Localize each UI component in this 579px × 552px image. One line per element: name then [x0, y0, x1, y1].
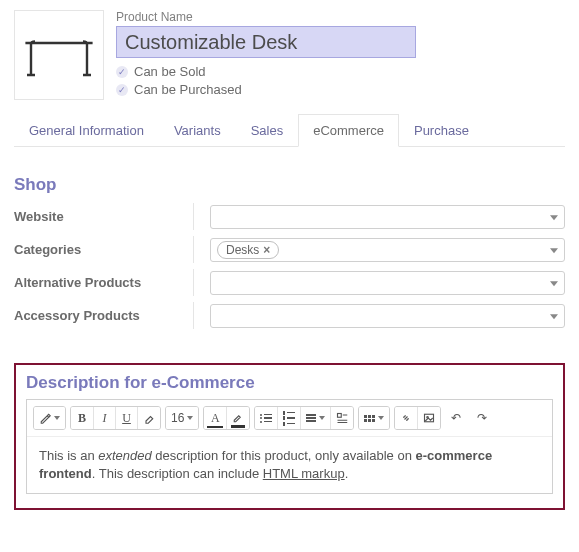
list-ul-icon: [260, 414, 272, 423]
link-icon: [400, 412, 412, 424]
desc-text-em: extended: [98, 448, 152, 463]
image-button[interactable]: [417, 407, 440, 429]
undo-button[interactable]: ↶: [445, 407, 467, 429]
website-select[interactable]: [210, 205, 565, 229]
alternative-products-select[interactable]: [210, 271, 565, 295]
fontsize-value: 16: [171, 411, 184, 425]
ordered-list-button[interactable]: [277, 407, 300, 429]
highlight-button[interactable]: [226, 407, 249, 429]
align-icon: [306, 414, 316, 422]
highlighter-icon: [232, 412, 244, 424]
tab-variants[interactable]: Variants: [159, 114, 236, 146]
can-be-sold-checkbox[interactable]: ✓: [116, 66, 128, 78]
can-be-sold-label: Can be Sold: [134, 64, 206, 79]
paragraph-align-dropdown[interactable]: [300, 407, 330, 429]
eraser-icon: [143, 412, 155, 424]
desc-text: . This description can include: [92, 466, 263, 481]
style-dropdown[interactable]: [34, 407, 65, 429]
chevron-down-icon: [319, 416, 325, 420]
categories-label: Categories: [14, 236, 194, 263]
remove-tag-icon[interactable]: ×: [263, 243, 270, 257]
chevron-down-icon: [187, 416, 193, 420]
list-ol-icon: [283, 411, 295, 426]
tab-general-information[interactable]: General Information: [14, 114, 159, 146]
desc-text-underline: HTML markup: [263, 466, 345, 481]
tab-purchase[interactable]: Purchase: [399, 114, 484, 146]
redo-button[interactable]: ↷: [471, 407, 493, 429]
tab-ecommerce[interactable]: eCommerce: [298, 114, 399, 147]
tab-sales[interactable]: Sales: [236, 114, 299, 146]
description-section-title: Description for e-Commerce: [26, 373, 553, 393]
description-ecommerce-section: Description for e-Commerce B I U: [14, 363, 565, 510]
chevron-down-icon: [550, 215, 558, 220]
table-icon: [364, 415, 375, 422]
text-color-button[interactable]: A: [204, 407, 226, 429]
underline-button[interactable]: U: [115, 407, 137, 429]
svg-rect-0: [338, 414, 342, 418]
bold-button[interactable]: B: [71, 407, 93, 429]
table-dropdown[interactable]: [359, 407, 389, 429]
product-tabs: General Information Variants Sales eComm…: [14, 114, 565, 147]
can-be-purchased-label: Can be Purchased: [134, 82, 242, 97]
can-be-purchased-checkbox[interactable]: ✓: [116, 84, 128, 96]
category-tag-label: Desks: [226, 243, 259, 257]
checklist-icon: [336, 412, 348, 424]
chevron-down-icon: [550, 281, 558, 286]
product-image-thumbnail[interactable]: [14, 10, 104, 100]
link-button[interactable]: [395, 407, 417, 429]
category-tag-desks[interactable]: Desks ×: [217, 241, 279, 259]
categories-select[interactable]: Desks ×: [210, 238, 565, 262]
chevron-down-icon: [550, 248, 558, 253]
chevron-down-icon: [54, 416, 60, 420]
image-icon: [423, 412, 435, 424]
desc-text: description for this product, only avail…: [152, 448, 416, 463]
desc-text: .: [345, 466, 349, 481]
editor-content-area[interactable]: This is an extended description for this…: [27, 437, 552, 493]
website-label: Website: [14, 203, 194, 230]
alternative-products-label: Alternative Products: [14, 269, 194, 296]
fontsize-dropdown[interactable]: 16: [166, 407, 198, 429]
pencil-icon: [39, 412, 51, 424]
accessory-products-label: Accessory Products: [14, 302, 194, 329]
product-name-input[interactable]: [116, 26, 416, 58]
chevron-down-icon: [550, 314, 558, 319]
desc-text: This is an: [39, 448, 98, 463]
unordered-list-button[interactable]: [255, 407, 277, 429]
accessory-products-select[interactable]: [210, 304, 565, 328]
chevron-down-icon: [378, 416, 384, 420]
italic-button[interactable]: I: [93, 407, 115, 429]
checklist-button[interactable]: [330, 407, 353, 429]
editor-toolbar: B I U 16 A: [27, 400, 552, 437]
clear-format-button[interactable]: [137, 407, 160, 429]
product-name-label: Product Name: [116, 10, 565, 24]
shop-section-title: Shop: [14, 175, 565, 195]
